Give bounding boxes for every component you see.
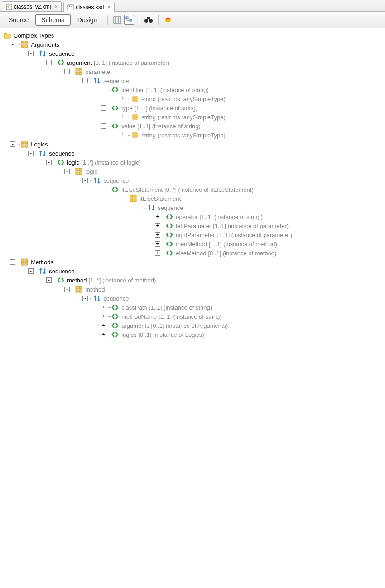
expand-icon[interactable]: +	[101, 305, 106, 310]
tree-node[interactable]: └···string (restricts :anySimpleType)	[2, 94, 385, 103]
tree-connector: └	[119, 96, 126, 102]
tree-connector-dots: ···	[17, 259, 20, 265]
collapse-icon[interactable]: -	[101, 123, 106, 129]
tree-connector-dots: ···	[108, 305, 111, 310]
close-icon[interactable]: ×	[54, 4, 58, 10]
tree-node[interactable]: +···leftParameter [1..1] (instance of pa…	[2, 221, 385, 230]
tree-node[interactable]: -···value [1..1] (instance of string)	[2, 121, 385, 131]
tree-node[interactable]: +···methodName [1..1] (instance of strin…	[2, 312, 385, 321]
tree-node[interactable]: -···Logics	[2, 140, 385, 149]
collapse-icon[interactable]: -	[101, 105, 106, 111]
tree-node[interactable]: -···type [1..1] (instance of string)	[2, 103, 385, 112]
collapse-icon[interactable]: -	[119, 196, 124, 201]
tree-connector-dots: ···	[53, 160, 56, 165]
collapse-icon[interactable]: -	[46, 60, 52, 65]
expand-icon[interactable]: +	[155, 214, 160, 219]
expand-icon[interactable]: +	[155, 250, 160, 256]
tree-node[interactable]: └···string (restricts :anySimpleType)	[2, 131, 385, 140]
binoculars-icon[interactable]	[144, 15, 154, 25]
columns-view-icon[interactable]	[112, 15, 122, 25]
tree-node-details: [0..1] (instance of method)	[208, 250, 276, 257]
collapse-icon[interactable]: -	[46, 277, 52, 283]
tree-node[interactable]: -···logic [1..*] (instance of logic)	[2, 158, 385, 167]
collapse-icon[interactable]: -	[101, 87, 106, 92]
tree-node[interactable]: -···sequence	[2, 149, 385, 158]
tree-node[interactable]: └···string (restricts :anySimpleType)	[2, 112, 385, 121]
tree-node[interactable]: -···ifElseStatement	[2, 194, 385, 203]
expand-icon[interactable]: +	[155, 223, 160, 228]
tree-node-details: [0..1] (instance of Logics)	[138, 331, 204, 338]
tree-root-complex-types[interactable]: Complex Types	[2, 31, 385, 40]
tree-node[interactable]: -···ifElseStatement [0..*] (instance of …	[2, 185, 385, 194]
collapse-icon[interactable]: -	[82, 178, 88, 183]
tree-node[interactable]: -···sequence	[2, 176, 385, 185]
tree-node[interactable]: +···classPath [1..1] (instance of string…	[2, 303, 385, 312]
mode-source-button[interactable]: Source	[3, 14, 34, 26]
complex-type-icon	[21, 258, 28, 266]
collapse-icon[interactable]: -	[10, 259, 15, 265]
collapse-icon[interactable]: -	[10, 42, 15, 47]
tree-node[interactable]: -···logic	[2, 167, 385, 176]
tree-connector-dots: ···	[108, 87, 111, 92]
collapse-icon[interactable]: -	[28, 51, 34, 56]
layers-icon[interactable]	[163, 15, 173, 25]
tree-node[interactable]: -···sequence	[2, 203, 385, 212]
svg-rect-26	[21, 145, 24, 147]
collapse-icon[interactable]: -	[10, 141, 15, 147]
collapse-icon[interactable]: -	[64, 287, 70, 292]
tab-classes-xsd[interactable]: classes.xsd ×	[63, 2, 115, 12]
collapse-icon[interactable]: -	[28, 151, 34, 156]
tree-node[interactable]: -···Arguments	[2, 40, 385, 49]
expand-icon[interactable]: +	[155, 241, 160, 247]
tree-node[interactable]: +···logics [0..1] (instance of Logics)	[2, 330, 385, 339]
tree-node[interactable]: -···parameter	[2, 67, 385, 76]
tree-connector-dots: ···	[162, 214, 165, 219]
tree-node[interactable]: -···Methods	[2, 258, 385, 267]
collapse-icon[interactable]: -	[101, 187, 106, 192]
tree-node-details: [1..1] (instance of parameter)	[217, 232, 292, 238]
tree-node[interactable]: -···argument [0..1] (instance of paramet…	[2, 58, 385, 67]
tree-node[interactable]: +···elseMethod [0..1] (instance of metho…	[2, 248, 385, 258]
collapse-icon[interactable]: -	[137, 205, 142, 210]
expand-icon[interactable]: +	[101, 332, 106, 337]
tree-node[interactable]: -···method	[2, 285, 385, 294]
tree-node-label: type	[121, 105, 133, 112]
element-icon	[57, 59, 64, 66]
collapse-icon[interactable]: -	[64, 69, 70, 74]
collapse-icon[interactable]: -	[46, 160, 52, 165]
tree-node[interactable]: -···sequence	[2, 49, 385, 58]
expand-icon[interactable]: +	[155, 232, 160, 238]
svg-rect-43	[79, 290, 82, 292]
svg-rect-18	[79, 68, 82, 71]
expand-icon[interactable]: +	[101, 323, 106, 328]
collapse-icon[interactable]: -	[28, 268, 34, 274]
tree-node[interactable]: -···sequence	[2, 76, 385, 85]
tree-node[interactable]: -···sequence	[2, 267, 385, 276]
tree-node[interactable]: -···method [1..*] (instance of method)	[2, 276, 385, 285]
expand-icon[interactable]: +	[101, 314, 106, 319]
svg-rect-40	[76, 286, 78, 289]
tree-node[interactable]: +···rightParameter [1..1] (instance of p…	[2, 230, 385, 239]
tree-view-icon[interactable]	[124, 15, 134, 25]
sequence-icon	[39, 50, 46, 57]
tree-node-label: logics	[121, 331, 136, 338]
element-icon	[111, 322, 119, 329]
tree-node-label: sequence	[103, 78, 129, 84]
close-icon[interactable]: ×	[107, 4, 111, 10]
svg-rect-32	[130, 195, 133, 198]
svg-rect-22	[133, 115, 137, 119]
collapse-icon[interactable]: -	[64, 169, 70, 174]
mode-schema-button[interactable]: Schema	[35, 14, 70, 26]
mode-design-button[interactable]: Design	[72, 14, 103, 26]
tree-node[interactable]: +···arguments [0..1] (instance of Argume…	[2, 321, 385, 330]
collapse-icon[interactable]: -	[82, 296, 88, 301]
separator	[107, 15, 108, 25]
svg-rect-21	[133, 97, 137, 101]
tree-node[interactable]: -···identifier [1..1] (instance of strin…	[2, 85, 385, 94]
tree-node-label: argument	[67, 59, 92, 66]
tree-node[interactable]: -···sequence	[2, 294, 385, 303]
collapse-icon[interactable]: -	[82, 78, 88, 83]
tab-classes-v2-xml[interactable]: x classes_v2.xml ×	[2, 1, 62, 11]
tree-node[interactable]: +···thenMethod [1..1] (instance of metho…	[2, 239, 385, 248]
tree-node[interactable]: +···operator [1..1] (instance of string)	[2, 212, 385, 221]
